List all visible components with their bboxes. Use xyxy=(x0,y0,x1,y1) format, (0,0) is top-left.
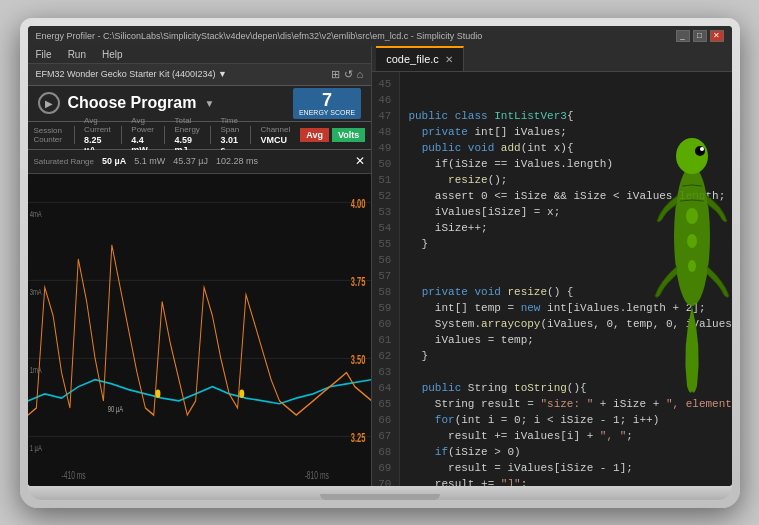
svg-text:1 µA: 1 µA xyxy=(29,442,42,453)
editor-tab-active[interactable]: code_file.c ✕ xyxy=(376,46,464,71)
saturated-range-label: Saturated Range xyxy=(34,157,95,166)
avg-power-label: Avg Power xyxy=(131,116,154,134)
svg-point-18 xyxy=(676,138,708,174)
svg-text:90 µA: 90 µA xyxy=(107,403,123,414)
window-title: Energy Profiler - C:\SiliconLabs\Simplic… xyxy=(36,31,483,41)
laptop-base xyxy=(28,486,732,500)
line-numbers: 45 46 47 48 49 50 51 52 53 54 55 56 57 5… xyxy=(372,72,400,486)
restore-button[interactable]: □ xyxy=(693,30,707,42)
avg-button[interactable]: Avg xyxy=(300,128,329,142)
laptop-shell: Energy Profiler - C:\SiliconLabs\Simplic… xyxy=(20,18,740,508)
session-counter-label: Session Counter xyxy=(34,126,64,144)
title-bar-left: Energy Profiler - C:\SiliconLabs\Simplic… xyxy=(36,31,483,41)
svg-text:4.00: 4.00 xyxy=(350,197,365,210)
menu-run[interactable]: Run xyxy=(68,49,86,60)
title-bar: Energy Profiler - C:\SiliconLabs\Simplic… xyxy=(28,26,732,46)
chart-svg: -410 ms -810 ms 4.00 3.75 3.50 3.25 4mA … xyxy=(28,174,372,486)
svg-point-15 xyxy=(239,389,244,398)
svg-point-14 xyxy=(155,389,160,398)
main-content: File Run Help EFM32 Wonder Gecko Starter… xyxy=(28,46,732,486)
icon3: ⌂ xyxy=(357,68,364,81)
close-button[interactable]: ✕ xyxy=(710,30,724,42)
svg-text:4mA: 4mA xyxy=(29,208,41,219)
svg-text:1mA: 1mA xyxy=(29,364,41,375)
volts-button[interactable]: Volts xyxy=(332,128,365,142)
svg-text:3.50: 3.50 xyxy=(350,353,365,366)
divider2 xyxy=(121,126,122,144)
play-button[interactable]: ▶ xyxy=(38,92,60,114)
range-val4: 102.28 ms xyxy=(216,156,258,166)
menu-bar: File Run Help xyxy=(28,46,372,64)
close-range-button[interactable]: ✕ xyxy=(355,154,365,168)
channel-group: Channel VMCU xyxy=(260,125,290,145)
stats-row: Session Counter Avg Current 8.25 µA Avg … xyxy=(28,122,372,150)
time-span-label: Time Span xyxy=(220,116,240,134)
divider3 xyxy=(164,126,165,144)
svg-text:-410 ms: -410 ms xyxy=(61,469,85,481)
svg-point-20 xyxy=(700,147,704,151)
energy-badge: 7 ENERGY SCORE xyxy=(293,88,361,119)
range-row: Saturated Range 50 µA 5.1 mW 45.37 µJ 10… xyxy=(28,150,372,174)
gecko-illustration xyxy=(652,56,732,396)
range-val1: 50 µA xyxy=(102,156,126,166)
screen: Energy Profiler - C:\SiliconLabs\Simplic… xyxy=(28,26,732,486)
menu-help[interactable]: Help xyxy=(102,49,123,60)
menu-file[interactable]: File xyxy=(36,49,52,60)
avg-current-label: Avg Current xyxy=(84,116,111,134)
icon1: ⊞ xyxy=(331,68,340,81)
avg-volts-buttons: Avg Volts xyxy=(300,128,365,142)
session-counter-group: Session Counter xyxy=(34,126,64,144)
toolbar-icons: ⊞ ↺ ⌂ xyxy=(331,68,364,81)
svg-point-23 xyxy=(688,260,696,272)
choose-program-dropdown[interactable]: ▼ xyxy=(204,98,214,109)
svg-text:-810 ms: -810 ms xyxy=(304,469,328,481)
energy-score-number: 7 xyxy=(322,91,332,109)
svg-point-22 xyxy=(687,234,697,248)
device-selector-bar: EFM32 Wonder Gecko Starter Kit (4400I234… xyxy=(28,64,372,86)
channel-value: VMCU xyxy=(260,135,290,145)
range-val2: 5.1 mW xyxy=(134,156,165,166)
divider1 xyxy=(74,126,75,144)
total-energy-label: Total Energy xyxy=(175,116,200,134)
svg-point-19 xyxy=(695,146,705,156)
range-val3: 45.37 µJ xyxy=(173,156,208,166)
svg-point-21 xyxy=(686,208,698,224)
tab-close-button[interactable]: ✕ xyxy=(445,54,453,65)
chart-area: -410 ms -810 ms 4.00 3.75 3.50 3.25 4mA … xyxy=(28,174,372,486)
svg-text:3mA: 3mA xyxy=(29,286,41,297)
divider5 xyxy=(250,126,251,144)
minimize-button[interactable]: _ xyxy=(676,30,690,42)
svg-text:3.25: 3.25 xyxy=(350,431,365,444)
divider4 xyxy=(210,126,211,144)
left-panel: File Run Help EFM32 Wonder Gecko Starter… xyxy=(28,46,373,486)
energy-score-label: ENERGY SCORE xyxy=(299,109,355,116)
device-label[interactable]: EFM32 Wonder Gecko Starter Kit (4400I234… xyxy=(36,69,227,79)
tab-filename: code_file.c xyxy=(386,53,439,65)
choose-program-label: Choose Program xyxy=(68,94,197,112)
window-controls: _ □ ✕ xyxy=(676,30,724,42)
channel-label: Channel xyxy=(260,125,290,134)
svg-text:3.75: 3.75 xyxy=(350,275,365,288)
icon2: ↺ xyxy=(344,68,353,81)
